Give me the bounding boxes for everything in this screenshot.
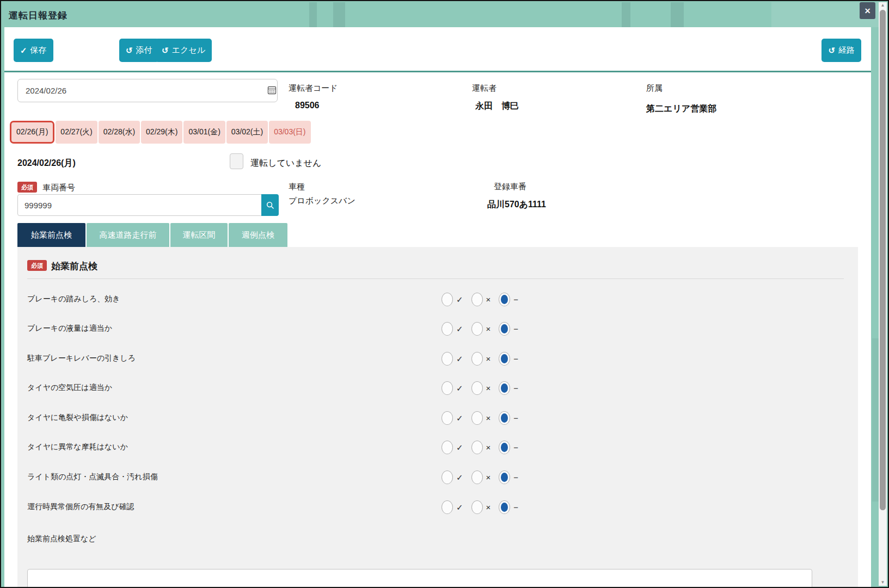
radio-na-selected[interactable] [499,411,510,425]
inspection-tab-bar: 始業前点検 高速道路走行前 運転区間 週例点検 [17,223,287,247]
radio-ok[interactable] [442,411,453,425]
radio-na-label: − [513,383,518,393]
radio-ng-label: × [486,503,491,512]
section-divider [27,278,844,279]
close-icon: ✕ [865,7,871,15]
checklist-row: タイヤの空気圧は適当か ✓ × − [27,381,844,398]
date-tab-label: 03/01(金) [188,127,220,137]
radio-na-selected[interactable] [499,322,510,336]
radio-ng[interactable] [471,411,483,425]
vehicle-type-value: プロボックスバン [289,196,355,206]
tab-driving-section[interactable]: 運転区間 [170,223,228,247]
radio-ng[interactable] [471,500,483,514]
route-button[interactable]: ↺ 経路 [821,39,861,62]
radio-dot [501,473,508,482]
date-tab-label: 03/02(土) [231,127,263,137]
checklist-row: 運行時異常個所の有無及び確認 ✓ × − [27,500,844,517]
excel-button-label: エクセル [172,45,205,55]
radio-ok[interactable] [442,441,453,454]
radio-na-selected[interactable] [499,352,510,366]
radio-ok[interactable] [442,293,453,306]
checklist-item-label: ライト類の点灯・点滅具合・汚れ損傷 [27,472,158,482]
date-tab[interactable]: 03/01(金) [183,121,225,144]
vertical-scrollbar[interactable]: ▲ ▼ [879,2,887,586]
radio-na-label: − [513,443,518,452]
radio-ng-label: × [486,473,491,482]
driving-report-modal-page: 運転日報登録 ✕ ▲ ▼ ✓ 保存 ↺ 添付 ↺ エクセル ↺ 経路 [0,0,889,588]
driver-code-label: 運転者コード [289,83,338,94]
radio-group: ✓ × − [442,381,518,395]
date-tab-label: 02/26(月) [16,127,48,137]
radio-ok[interactable] [442,322,453,336]
scrollbar-thumb[interactable] [880,10,886,510]
save-button-label: 保存 [30,45,47,55]
inspection-section-title: 始業前点検 [51,260,97,273]
tab-label: 運転区間 [183,230,216,240]
registration-label: 登録車番 [494,182,526,192]
vehicle-type-label: 車種 [289,182,305,192]
modal-body: ✓ 保存 ↺ 添付 ↺ エクセル ↺ 経路 運転者コード 8 [4,27,871,588]
radio-ng-label: × [486,324,491,333]
tab-before-highway[interactable]: 高速道路走行前 [87,223,169,247]
radio-ok[interactable] [442,500,453,514]
radio-dot [501,383,508,393]
registration-value: 品川570あ1111 [487,199,546,211]
radio-ng[interactable] [471,322,483,336]
checklist-item-label: 駐車ブレーキレバーの引きしろ [27,354,136,363]
date-tab-label: 03/03(日) [274,127,305,137]
vehicle-search-button[interactable] [261,194,279,216]
pre-work-inspection-panel: 必須 始業前点検 ブレーキの踏みしろ、効き ✓ × − ブレーキの液量は適当か … [17,247,858,588]
notes-textarea[interactable] [27,569,812,588]
vehicle-number-input[interactable] [17,194,265,216]
radio-ok[interactable] [442,381,453,395]
close-button[interactable]: ✕ [860,2,875,19]
checklist-item-label: ブレーキの踏みしろ、効き [27,294,120,304]
driver-code-value: 89506 [295,101,320,110]
department-label: 所属 [646,83,663,94]
selected-day-label: 2024/02/26(月) [17,158,76,169]
calendar-icon[interactable] [267,85,277,97]
route-button-label: 経路 [838,45,855,55]
checklist-item-label: タイヤの空気圧は適当か [27,383,112,393]
attach-button[interactable]: ↺ 添付 [119,39,159,62]
radio-dot [501,413,508,423]
radio-na-selected[interactable] [499,293,510,306]
radio-ng[interactable] [471,441,483,454]
radio-ng[interactable] [471,471,483,484]
date-tab-selected[interactable]: 02/26(月) [10,121,54,144]
save-button[interactable]: ✓ 保存 [14,39,53,62]
radio-na-selected[interactable] [499,441,510,454]
checklist-row: タイヤに亀裂や損傷はないか ✓ × − [27,411,844,428]
tab-pre-work-inspection[interactable]: 始業前点検 [17,223,85,247]
radio-dot [501,354,508,363]
radio-ng[interactable] [471,293,483,306]
radio-dot [501,324,508,333]
date-tab[interactable]: 02/28(水) [99,121,140,144]
scrollbar-up-icon[interactable]: ▲ [879,2,887,9]
date-tab[interactable]: 02/27(火) [56,121,97,144]
driver-name-value: 永田 博巳 [475,101,519,112]
tab-weekly-inspection[interactable]: 週例点検 [229,223,287,247]
radio-ok[interactable] [442,352,453,366]
scrollbar-down-icon[interactable]: ▼ [879,579,887,586]
radio-dot [501,443,508,452]
report-date-input[interactable] [17,79,278,102]
date-tab-label: 02/28(水) [103,127,135,137]
date-tab[interactable]: 03/02(土) [226,121,268,144]
excel-button[interactable]: ↺ エクセル [155,39,212,62]
radio-na-selected[interactable] [499,381,510,395]
not-driving-label: 運転していません [250,158,321,169]
radio-na-selected[interactable] [499,500,510,514]
notes-label: 始業前点検処置など [27,534,96,544]
radio-ng[interactable] [471,381,483,395]
not-driving-checkbox[interactable] [230,153,243,169]
radio-ng[interactable] [471,352,483,366]
radio-ok-label: ✓ [456,473,463,482]
radio-ng-label: × [486,383,491,393]
radio-ok[interactable] [442,471,453,484]
radio-na-selected[interactable] [499,471,510,484]
radio-na-label: − [513,503,518,512]
date-tab-sunday[interactable]: 03/03(日) [269,121,310,144]
radio-group: ✓ × − [442,471,518,484]
date-tab[interactable]: 02/29(木) [141,121,182,144]
